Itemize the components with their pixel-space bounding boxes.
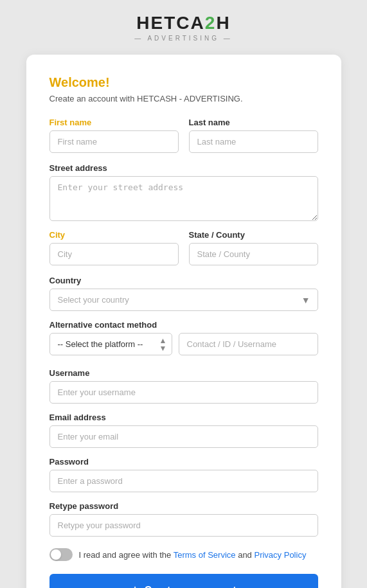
registration-card: Welcome! Create an account with HETCASH …: [26, 55, 341, 588]
name-row: First name Last name: [49, 118, 318, 153]
last-name-label: Last name: [189, 118, 318, 127]
retype-password-group: Retype password: [49, 501, 318, 537]
street-address-input[interactable]: [49, 176, 318, 221]
welcome-title: Welcome!: [49, 75, 318, 90]
password-group: Password: [49, 457, 318, 492]
country-select[interactable]: Select your country United States United…: [49, 289, 318, 311]
state-county-input[interactable]: [189, 243, 318, 265]
password-input[interactable]: [49, 470, 318, 492]
retype-password-label: Retype password: [49, 501, 318, 511]
country-label: Country: [49, 276, 318, 285]
email-input[interactable]: [49, 425, 318, 448]
street-address-group: Street address: [49, 163, 318, 221]
alt-contact-row: -- Select the platform -- Telegram Skype…: [49, 333, 318, 355]
logo-text: HETCA2H: [134, 13, 233, 33]
username-group: Username: [49, 368, 318, 404]
terms-row: I read and agree with the Terms of Servi…: [49, 548, 318, 561]
last-name-input[interactable]: [189, 130, 318, 153]
username-input[interactable]: [49, 381, 318, 404]
create-account-button[interactable]: ✦ Create my account: [49, 574, 318, 588]
country-group: Country Select your country United State…: [49, 276, 318, 311]
password-label: Password: [49, 457, 318, 467]
retype-password-input[interactable]: [49, 514, 318, 537]
city-state-row: City State / County: [49, 230, 318, 265]
privacy-policy-link[interactable]: Privacy Policy: [254, 550, 306, 560]
terms-toggle[interactable]: [49, 548, 73, 561]
state-county-label: State / County: [189, 230, 318, 240]
logo-highlight: 2: [205, 13, 217, 33]
terms-text: I read and agree with the Terms of Servi…: [79, 550, 307, 560]
city-input[interactable]: [49, 243, 179, 265]
platform-select[interactable]: -- Select the platform -- Telegram Skype…: [49, 333, 172, 355]
contact-input[interactable]: [179, 333, 318, 355]
terms-of-service-link[interactable]: Terms of Service: [174, 550, 236, 560]
alt-contact-label: Alternative contact method: [49, 320, 318, 330]
create-account-icon: ✦: [130, 584, 139, 588]
create-account-label: Create my account: [144, 585, 236, 589]
country-select-wrapper: Select your country United States United…: [49, 289, 318, 311]
welcome-subtitle: Create an account with HETCASH - ADVERTI…: [49, 94, 318, 103]
state-county-group: State / County: [189, 230, 318, 265]
street-address-label: Street address: [49, 163, 318, 173]
email-group: Email address: [49, 413, 318, 448]
username-label: Username: [49, 368, 318, 378]
first-name-label: First name: [49, 118, 179, 127]
platform-select-wrapper: -- Select the platform -- Telegram Skype…: [49, 333, 172, 355]
toggle-knob: [51, 549, 61, 560]
logo-area: HETCA2H — ADVERTISING —: [134, 13, 233, 42]
city-label: City: [49, 230, 179, 240]
email-label: Email address: [49, 413, 318, 422]
city-group: City: [49, 230, 179, 265]
alt-contact-group: Alternative contact method -- Select the…: [49, 320, 318, 355]
last-name-group: Last name: [189, 118, 318, 153]
first-name-group: First name: [49, 118, 179, 153]
logo-subtitle: — ADVERTISING —: [134, 35, 233, 42]
first-name-input[interactable]: [49, 130, 179, 153]
